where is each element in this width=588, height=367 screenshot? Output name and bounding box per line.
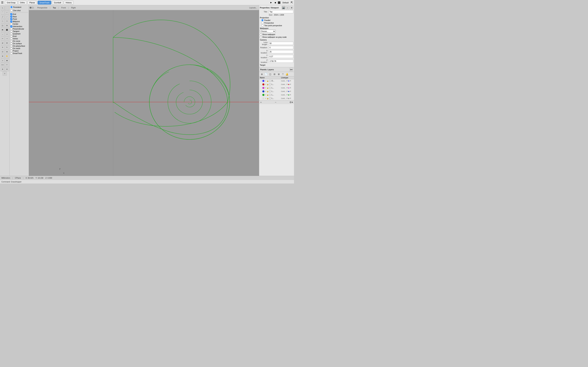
layouts-button[interactable]: Layouts... xyxy=(248,6,258,9)
line-tool[interactable]: ╱ xyxy=(0,15,5,19)
rectangle-tool[interactable]: □ xyxy=(0,19,5,23)
polyline-tool[interactable]: ⟋ xyxy=(5,15,9,19)
title-input[interactable] xyxy=(269,10,293,13)
rotation-input[interactable] xyxy=(269,46,293,49)
planar-button[interactable]: Planar xyxy=(27,1,37,5)
perspective-tab[interactable]: Perspective xyxy=(35,6,49,9)
layer-color-swatch[interactable] xyxy=(262,97,264,100)
curve-tool[interactable]: ⌒ xyxy=(0,10,5,15)
layers-icon-1[interactable]: ⊕ xyxy=(260,72,264,76)
select-tool[interactable]: ↖ xyxy=(0,6,5,10)
wallpaper-select[interactable]: Choose... xyxy=(260,30,276,33)
smarttrack-checkbox[interactable] xyxy=(10,52,12,54)
analysis-tool[interactable]: ⍟ xyxy=(0,58,5,63)
z-location-input[interactable] xyxy=(269,60,293,63)
end-checkbox[interactable] xyxy=(10,13,12,15)
onsurface-checkbox[interactable] xyxy=(10,43,12,45)
record-button[interactable]: ⏺ xyxy=(274,1,277,4)
dimension-tool[interactable]: ⟺ xyxy=(0,63,5,67)
layers-icon-4[interactable]: ⊞ xyxy=(272,72,276,76)
trim-tool[interactable]: ✂ xyxy=(0,36,5,41)
expand-button[interactable]: ⇱ xyxy=(291,1,293,4)
vertex-checkbox[interactable] xyxy=(10,38,12,40)
layer-row[interactable]: ✓☀🔒D...Conti... ⚙ ◆ ⚙ xyxy=(259,79,294,83)
show-gray-checkbox[interactable] xyxy=(260,36,262,38)
point-snap-item[interactable]: Point xyxy=(10,18,28,20)
layer-row[interactable]: ☀🔒L...Conti... ⚙ ◆ ⚙ xyxy=(259,97,294,100)
layers-icon-6[interactable]: ? xyxy=(281,72,285,76)
quadrant-checkbox[interactable] xyxy=(10,33,12,35)
properties-icon-2[interactable]: □ xyxy=(286,6,289,9)
perpendicular-snap-item[interactable]: Perpendicular xyxy=(10,28,28,30)
layer-visibility-circle[interactable] xyxy=(269,90,271,92)
layers-icon-3[interactable]: ◫ xyxy=(268,72,272,76)
layers-icon-7[interactable]: 🔔 xyxy=(285,72,289,76)
layers-icon-2[interactable]: 📄 xyxy=(264,72,268,76)
midpoint-snap-item[interactable]: Midpoint xyxy=(10,20,28,23)
mesh-tool[interactable]: ⊞ xyxy=(5,23,9,28)
onsurface-snap-item[interactable]: On surface xyxy=(10,42,28,45)
scale-tool[interactable]: ⊡ xyxy=(0,50,5,54)
move-tool[interactable]: ✛ xyxy=(0,45,5,50)
rotate-tool[interactable]: ↻ xyxy=(5,45,9,50)
intersection-snap-item[interactable]: Intersection xyxy=(10,25,28,27)
smarttrack-button[interactable]: SmartTrack xyxy=(38,1,51,5)
point-checkbox[interactable] xyxy=(10,18,12,20)
layer-visibility-circle[interactable] xyxy=(269,83,271,85)
tangent-snap-item[interactable]: Tangent xyxy=(10,30,28,32)
gumball-tool[interactable]: ⊕ xyxy=(5,67,9,71)
intersection-checkbox[interactable] xyxy=(10,25,12,27)
add-layer-btn[interactable]: + xyxy=(260,101,262,104)
project-snap-item[interactable]: Project xyxy=(10,50,28,52)
layer-color-swatch[interactable] xyxy=(262,90,264,92)
knot-snap-item[interactable]: Knot xyxy=(10,35,28,37)
solid-tool[interactable]: ⬛ xyxy=(5,28,9,32)
oncurve-snap-item[interactable]: On curve xyxy=(10,40,28,42)
midpoint-checkbox[interactable] xyxy=(10,21,12,23)
near-snap-item[interactable]: Near xyxy=(10,16,28,18)
grid-snap-button[interactable]: Grid Snap xyxy=(5,1,17,5)
menu-icon[interactable]: ☰ xyxy=(1,1,3,4)
layer-row[interactable]: ☀🔒L...Conti... ⚙ ◆ ⚙ xyxy=(259,90,294,93)
remove-layer-btn[interactable]: − xyxy=(275,101,276,104)
transform-tool[interactable]: ⊠ xyxy=(5,50,9,54)
layer-row[interactable]: ☀🔒L...Conti... ⚙ ◆ ⚙ xyxy=(259,86,294,90)
persistent-radio[interactable] xyxy=(10,6,13,8)
layers-settings-gear[interactable]: ⚙▾ xyxy=(289,101,293,104)
right-tab[interactable]: Right xyxy=(69,6,78,9)
parallel-radio[interactable] xyxy=(261,19,264,21)
offset-tool[interactable]: ⊃ xyxy=(5,32,9,36)
circle-tool[interactable]: ○ xyxy=(5,10,9,15)
polygon-tool[interactable]: ⬡ xyxy=(5,19,9,23)
onpolysurface-snap-item[interactable]: On polysurface xyxy=(10,45,28,47)
settings-icon-btn[interactable]: ⚙ xyxy=(290,6,293,9)
vertex-snap-item[interactable]: Vertex xyxy=(10,38,28,40)
viewport-canvas[interactable]: Top y x xyxy=(29,10,259,176)
mirror-tool[interactable]: ⇌ xyxy=(0,41,5,45)
layers-settings-btn[interactable]: ⚙▾ xyxy=(289,68,293,71)
center-checkbox[interactable] xyxy=(10,23,12,25)
osnap-tool[interactable]: ⊗ xyxy=(0,67,5,71)
center-snap-item[interactable]: Center xyxy=(10,23,28,25)
layer-visibility-circle[interactable] xyxy=(269,97,271,100)
point-tool[interactable]: · xyxy=(5,6,9,10)
grid-view-icon[interactable]: ⊞ xyxy=(30,6,32,9)
layer-visibility-circle[interactable] xyxy=(269,94,271,96)
play-button[interactable]: ▶ xyxy=(269,1,273,4)
gumball-button[interactable]: Gumball xyxy=(52,1,63,5)
layer-color-swatch[interactable] xyxy=(262,80,264,82)
x-location-input[interactable] xyxy=(269,50,293,53)
perpendicular-checkbox[interactable] xyxy=(10,28,12,30)
single-view-icon[interactable]: □ xyxy=(32,6,33,9)
show-wallpaper-checkbox[interactable] xyxy=(260,33,262,35)
front-tab[interactable]: Front xyxy=(59,6,68,9)
array-tool[interactable]: ⊞ xyxy=(5,41,9,45)
layer-color-swatch[interactable] xyxy=(262,94,264,96)
text-tool[interactable]: T xyxy=(5,63,9,67)
layers-icon-5[interactable]: 🖥 xyxy=(277,72,281,76)
oneshot-radio[interactable] xyxy=(10,9,13,12)
pan-tool[interactable]: ✋ xyxy=(5,54,9,58)
onmesh-snap-item[interactable]: On mesh xyxy=(10,47,28,50)
layer-visibility-circle[interactable] xyxy=(269,87,271,89)
layer-color-swatch[interactable] xyxy=(262,83,264,85)
